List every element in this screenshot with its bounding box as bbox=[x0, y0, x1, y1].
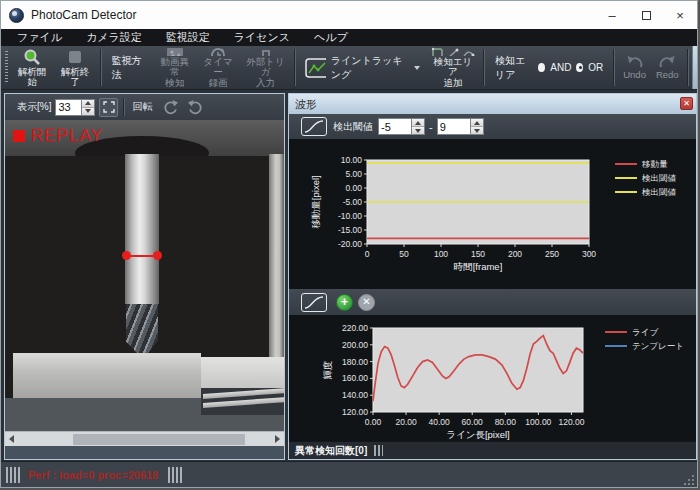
detect-area-label: 検知エリア bbox=[495, 54, 533, 82]
undo-icon bbox=[626, 55, 644, 69]
camera-view[interactable]: REPLAY bbox=[5, 120, 284, 431]
fixture-slat bbox=[203, 397, 284, 408]
range-separator: - bbox=[429, 121, 433, 133]
waveform-close-button[interactable]: ✕ bbox=[680, 97, 693, 110]
svg-text:250: 250 bbox=[545, 249, 559, 259]
scroll-left-icon[interactable] bbox=[9, 435, 14, 443]
svg-text:-15.00: -15.00 bbox=[338, 225, 362, 235]
down-arrow-icon bbox=[85, 109, 91, 113]
threshold-min-up[interactable] bbox=[412, 119, 424, 126]
rotate-cw-button[interactable] bbox=[184, 96, 206, 118]
zoom-input[interactable] bbox=[55, 99, 82, 116]
svg-text:0.00: 0.00 bbox=[345, 183, 362, 193]
remove-template-button[interactable]: ✕ bbox=[358, 294, 375, 311]
up-arrow-icon bbox=[85, 101, 91, 105]
replay-indicator: REPLAY bbox=[13, 126, 103, 146]
svg-text:移動量[pixel]: 移動量[pixel] bbox=[310, 175, 321, 228]
external-trigger-button[interactable]: 外部トリガ 入力 bbox=[240, 46, 292, 89]
rotate-ccw-button[interactable] bbox=[159, 96, 181, 118]
close-button[interactable]: × bbox=[663, 1, 697, 29]
scroll-right-icon[interactable] bbox=[275, 435, 280, 443]
toolbar-overflow-scrollbar[interactable] bbox=[692, 46, 697, 89]
workpiece-block bbox=[13, 353, 201, 398]
analyze-end-button[interactable]: 解析終了 bbox=[54, 46, 97, 89]
video-anomaly-button[interactable]: 動画異常 検知 bbox=[153, 46, 196, 89]
curve-chart-icon[interactable] bbox=[301, 293, 327, 312]
titlebar: PhotoCam Detector – × bbox=[1, 1, 697, 29]
toolbar-separator bbox=[294, 49, 296, 86]
and-label: AND bbox=[550, 62, 571, 73]
camera-panel: 表示[%] 回転 bbox=[4, 93, 285, 460]
threshold-label: 検出閾値 bbox=[333, 120, 373, 134]
maximize-button[interactable] bbox=[629, 1, 663, 29]
undo-button[interactable]: Undo bbox=[618, 46, 651, 89]
svg-text:80.00: 80.00 bbox=[495, 417, 517, 427]
minimize-button[interactable]: – bbox=[595, 1, 629, 29]
magnifier-green-icon bbox=[23, 48, 41, 66]
threshold-max-down[interactable] bbox=[471, 126, 483, 134]
svg-text:300: 300 bbox=[582, 249, 596, 259]
up-arrow-icon bbox=[474, 121, 480, 125]
svg-text:200: 200 bbox=[508, 249, 522, 259]
perf-status-text: Perf : load=0 proc=20618 bbox=[28, 469, 158, 481]
svg-text:移動量: 移動量 bbox=[641, 159, 668, 169]
scrollbar-thumb[interactable] bbox=[73, 434, 245, 445]
dropdown-arrow-icon bbox=[414, 66, 420, 70]
menubar: ファイル カメラ設定 監視設定 ライセンス ヘルプ bbox=[1, 29, 697, 46]
svg-text:220.00: 220.00 bbox=[342, 323, 368, 333]
luminance-chart: 220.00200.00180.00160.00140.00120.000.00… bbox=[289, 315, 696, 441]
menu-file[interactable]: ファイル bbox=[5, 29, 74, 46]
tool-shank bbox=[125, 154, 159, 304]
fit-to-screen-button[interactable] bbox=[99, 98, 118, 117]
svg-text:テンプレート: テンプレート bbox=[632, 341, 684, 351]
statusbar: Perf : load=0 proc=20618 bbox=[1, 461, 697, 487]
measurement-handle-left[interactable] bbox=[122, 251, 131, 260]
svg-text:輝度: 輝度 bbox=[322, 361, 333, 380]
zoom-down-button[interactable] bbox=[82, 107, 94, 115]
rotate-ccw-icon bbox=[162, 99, 179, 116]
threshold-max-up[interactable] bbox=[471, 119, 483, 126]
threshold-min-input[interactable] bbox=[378, 118, 412, 135]
measurement-handle-right[interactable] bbox=[153, 251, 162, 260]
waveform-panel: 波形 ✕ 検出閾値 - bbox=[288, 93, 697, 460]
detect-area-logic-group: 検知エリア AND OR bbox=[488, 46, 610, 89]
or-radio[interactable] bbox=[576, 63, 583, 72]
svg-text:60.00: 60.00 bbox=[462, 417, 484, 427]
movement-chart: 10.005.000.00-5.00-10.00-15.00-20.000501… bbox=[289, 139, 696, 289]
threshold-min-spinner bbox=[378, 118, 425, 135]
toolbar-separator bbox=[613, 49, 615, 86]
trigger-pulse-icon bbox=[257, 47, 275, 56]
menu-license[interactable]: ライセンス bbox=[222, 29, 302, 46]
replay-text: REPLAY bbox=[31, 126, 103, 146]
camera-hscrollbar[interactable] bbox=[5, 431, 284, 446]
svg-text:120.00: 120.00 bbox=[342, 407, 368, 417]
toolbar-separator bbox=[483, 49, 485, 86]
svg-text:検出閾値: 検出閾値 bbox=[642, 187, 677, 197]
svg-text:120.00: 120.00 bbox=[558, 417, 584, 427]
curve-chart-icon[interactable] bbox=[301, 117, 327, 136]
add-template-button[interactable]: + bbox=[336, 294, 353, 311]
line-tracking-icon bbox=[305, 58, 325, 78]
menu-camera-settings[interactable]: カメラ設定 bbox=[74, 29, 154, 46]
detect-area-add-button[interactable]: 検知エリア 追加 bbox=[426, 46, 480, 89]
analyze-start-button[interactable]: 解析開始 bbox=[11, 46, 54, 89]
threshold-max-input[interactable] bbox=[437, 118, 471, 135]
maximize-icon bbox=[642, 11, 651, 20]
and-radio[interactable] bbox=[538, 63, 545, 72]
menu-help[interactable]: ヘルプ bbox=[302, 29, 360, 46]
menu-monitor-settings[interactable]: 監視設定 bbox=[154, 29, 222, 46]
line-tracking-button[interactable]: ライントラッキング bbox=[299, 46, 426, 89]
svg-text:140.00: 140.00 bbox=[342, 390, 368, 400]
zoom-up-button[interactable] bbox=[82, 100, 94, 107]
svg-text:検出閾値: 検出閾値 bbox=[642, 173, 677, 183]
svg-text:100: 100 bbox=[434, 249, 448, 259]
redo-button[interactable]: Redo bbox=[651, 46, 684, 89]
svg-text:時間[frame]: 時間[frame] bbox=[454, 261, 503, 272]
svg-text:100.00: 100.00 bbox=[525, 417, 551, 427]
resize-grip-icon[interactable] bbox=[684, 474, 695, 485]
timer-record-button[interactable]: タイマー 録画 bbox=[196, 46, 240, 89]
threshold-min-down[interactable] bbox=[412, 126, 424, 134]
toolbar-grip bbox=[5, 51, 8, 84]
app-window: PhotoCam Detector – × ファイル カメラ設定 監視設定 ライ… bbox=[0, 0, 698, 488]
svg-text:ライン長[pixel]: ライン長[pixel] bbox=[446, 429, 510, 440]
